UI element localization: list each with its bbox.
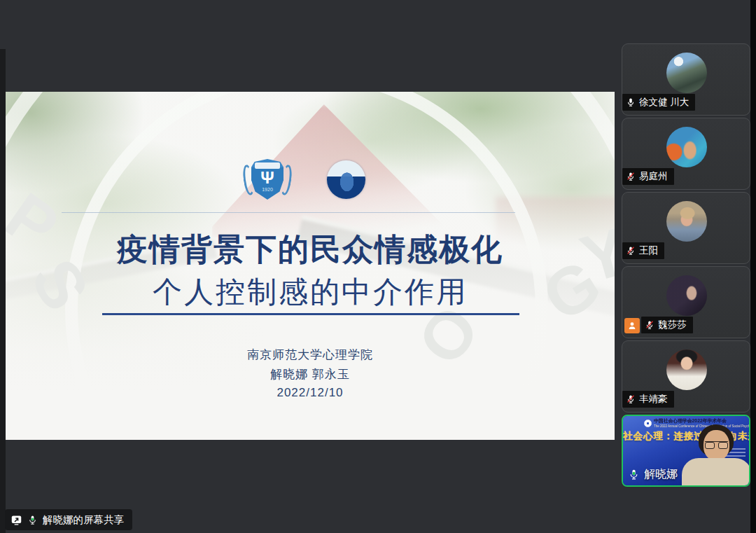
right-window-edge: [750, 0, 756, 533]
participant-nameplate: 丰靖豪: [622, 391, 674, 408]
slide-date: 2022/12/10: [6, 386, 615, 400]
participant-name: 易庭州: [639, 170, 668, 183]
participant-name: 丰靖豪: [639, 393, 668, 406]
participant-nameplate: 易庭州: [622, 168, 674, 185]
shield-icon: Ψ 1920: [251, 159, 284, 200]
speaker-person: [682, 424, 749, 485]
badge-year: 1920: [262, 187, 273, 192]
slide-authors: 解晓娜 郭永玉: [6, 366, 615, 382]
left-window-edge: [0, 49, 6, 533]
webcam-video: 中国社会心理学会2022年学术年会 The 2022 Annual Confer…: [623, 416, 749, 485]
participant-tile[interactable]: 王阳: [622, 192, 750, 264]
screen-share-view: P S O G Y Ψ 1920 疫情背景下的民众情感极化 个人控制感的中介作用…: [6, 92, 615, 440]
member-badge-icon: [624, 318, 640, 333]
participant-name: 解晓娜: [644, 467, 678, 482]
meeting-window: P S O G Y Ψ 1920 疫情背景下的民众情感极化 个人控制感的中介作用…: [0, 0, 756, 533]
participant-name: 魏莎莎: [658, 319, 687, 331]
participant-nameplate: 徐文健 川大: [622, 94, 695, 111]
screen-share-indicator[interactable]: 解晓娜的屏幕共享: [5, 509, 132, 530]
screen-share-label: 解晓娜的屏幕共享: [43, 513, 124, 527]
avatar: [666, 349, 707, 390]
slide-subtitle: 个人控制感的中介作用: [6, 272, 615, 312]
conference-banner-title: 中国社会心理学会2022年学术年会: [654, 417, 741, 424]
conference-emblem-icon: [644, 420, 652, 427]
mic-on-icon: [626, 97, 636, 107]
participant-name: 徐文健 川大: [639, 96, 689, 109]
participant-tile[interactable]: 徐文健 川大: [622, 43, 750, 116]
mic-muted-icon: [626, 394, 636, 404]
avatar: [666, 53, 707, 93]
university-psychology-badge-logo: Ψ 1920: [244, 159, 291, 201]
shoulders: [682, 458, 749, 485]
glasses: [705, 441, 728, 448]
slide-title: 疫情背景下的民众情感极化: [6, 229, 615, 270]
logo-underline: [62, 212, 515, 213]
mic-speaking-icon: [628, 469, 640, 480]
mic-speaking-icon: [27, 515, 38, 525]
brain-head-logo: [327, 160, 365, 199]
participant-nameplate: 魏莎莎: [641, 317, 693, 333]
psi-symbol: Ψ: [260, 169, 274, 187]
screen-share-icon: [10, 514, 22, 526]
mic-muted-icon: [645, 320, 654, 330]
participant-tile[interactable]: 丰靖豪: [622, 340, 750, 413]
active-speaker-tile[interactable]: 中国社会心理学会2022年学术年会 The 2022 Annual Confer…: [622, 415, 750, 487]
avatar: [666, 201, 707, 242]
mic-muted-icon: [626, 172, 636, 181]
person-icon: [627, 321, 637, 331]
participant-nameplate: 王阳: [622, 242, 664, 259]
participant-tile[interactable]: 易庭州: [622, 118, 750, 190]
avatar: [666, 127, 707, 167]
slide-divider-line: [102, 313, 519, 315]
slide-affiliation: 南京师范大学心理学院: [6, 347, 615, 363]
avatar: [666, 275, 707, 316]
participant-name: 王阳: [639, 244, 658, 257]
participant-nameplate: 解晓娜: [628, 467, 678, 482]
participant-tile[interactable]: 魏莎莎: [622, 266, 750, 338]
mic-muted-icon: [626, 246, 636, 256]
